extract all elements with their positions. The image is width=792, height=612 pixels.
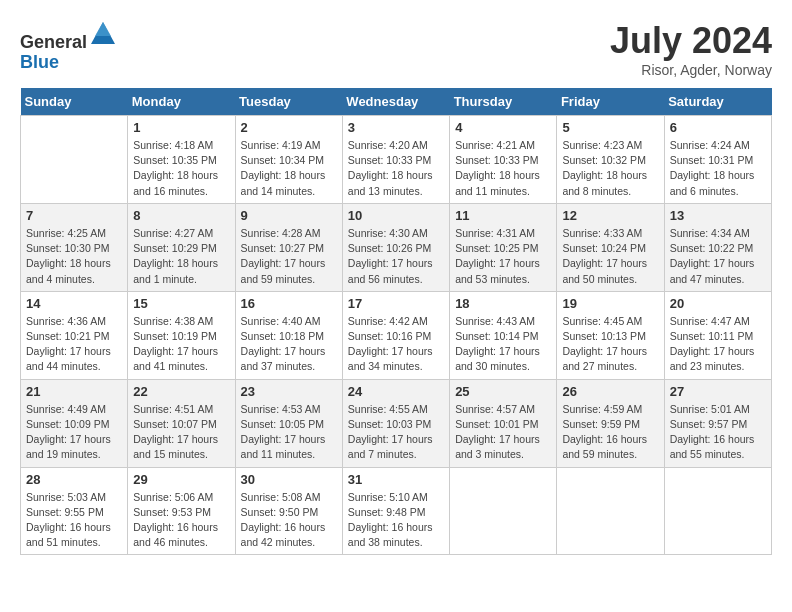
calendar-table: SundayMondayTuesdayWednesdayThursdayFrid… — [20, 88, 772, 555]
weekday-header-tuesday: Tuesday — [235, 88, 342, 116]
day-number: 25 — [455, 384, 551, 399]
day-info: Sunrise: 4:23 AM Sunset: 10:32 PM Daylig… — [562, 138, 658, 199]
calendar-cell: 2Sunrise: 4:19 AM Sunset: 10:34 PM Dayli… — [235, 116, 342, 204]
calendar-cell: 6Sunrise: 4:24 AM Sunset: 10:31 PM Dayli… — [664, 116, 771, 204]
day-info: Sunrise: 5:03 AM Sunset: 9:55 PM Dayligh… — [26, 490, 122, 551]
calendar-cell: 27Sunrise: 5:01 AM Sunset: 9:57 PM Dayli… — [664, 379, 771, 467]
day-number: 18 — [455, 296, 551, 311]
day-number: 1 — [133, 120, 229, 135]
calendar-cell: 23Sunrise: 4:53 AM Sunset: 10:05 PM Dayl… — [235, 379, 342, 467]
day-number: 13 — [670, 208, 766, 223]
week-row-3: 14Sunrise: 4:36 AM Sunset: 10:21 PM Dayl… — [21, 291, 772, 379]
day-info: Sunrise: 4:40 AM Sunset: 10:18 PM Daylig… — [241, 314, 337, 375]
subtitle: Risor, Agder, Norway — [610, 62, 772, 78]
title-block: July 2024 Risor, Agder, Norway — [610, 20, 772, 78]
day-info: Sunrise: 4:18 AM Sunset: 10:35 PM Daylig… — [133, 138, 229, 199]
day-info: Sunrise: 4:43 AM Sunset: 10:14 PM Daylig… — [455, 314, 551, 375]
logo: General Blue — [20, 20, 115, 73]
day-info: Sunrise: 4:57 AM Sunset: 10:01 PM Daylig… — [455, 402, 551, 463]
day-info: Sunrise: 4:25 AM Sunset: 10:30 PM Daylig… — [26, 226, 122, 287]
calendar-cell: 8Sunrise: 4:27 AM Sunset: 10:29 PM Dayli… — [128, 203, 235, 291]
day-info: Sunrise: 4:30 AM Sunset: 10:26 PM Daylig… — [348, 226, 444, 287]
calendar-cell — [450, 467, 557, 555]
day-info: Sunrise: 4:19 AM Sunset: 10:34 PM Daylig… — [241, 138, 337, 199]
day-info: Sunrise: 4:53 AM Sunset: 10:05 PM Daylig… — [241, 402, 337, 463]
calendar-cell: 20Sunrise: 4:47 AM Sunset: 10:11 PM Dayl… — [664, 291, 771, 379]
main-title: July 2024 — [610, 20, 772, 62]
day-number: 10 — [348, 208, 444, 223]
calendar-cell: 25Sunrise: 4:57 AM Sunset: 10:01 PM Dayl… — [450, 379, 557, 467]
day-info: Sunrise: 5:06 AM Sunset: 9:53 PM Dayligh… — [133, 490, 229, 551]
day-number: 11 — [455, 208, 551, 223]
day-info: Sunrise: 4:24 AM Sunset: 10:31 PM Daylig… — [670, 138, 766, 199]
day-info: Sunrise: 5:01 AM Sunset: 9:57 PM Dayligh… — [670, 402, 766, 463]
calendar-cell: 15Sunrise: 4:38 AM Sunset: 10:19 PM Dayl… — [128, 291, 235, 379]
day-info: Sunrise: 4:38 AM Sunset: 10:19 PM Daylig… — [133, 314, 229, 375]
day-number: 2 — [241, 120, 337, 135]
calendar-cell: 11Sunrise: 4:31 AM Sunset: 10:25 PM Dayl… — [450, 203, 557, 291]
week-row-1: 1Sunrise: 4:18 AM Sunset: 10:35 PM Dayli… — [21, 116, 772, 204]
day-info: Sunrise: 4:42 AM Sunset: 10:16 PM Daylig… — [348, 314, 444, 375]
calendar-cell: 18Sunrise: 4:43 AM Sunset: 10:14 PM Dayl… — [450, 291, 557, 379]
day-number: 21 — [26, 384, 122, 399]
day-number: 28 — [26, 472, 122, 487]
day-info: Sunrise: 4:36 AM Sunset: 10:21 PM Daylig… — [26, 314, 122, 375]
day-number: 3 — [348, 120, 444, 135]
calendar-cell — [664, 467, 771, 555]
weekday-header-friday: Friday — [557, 88, 664, 116]
day-number: 8 — [133, 208, 229, 223]
day-number: 5 — [562, 120, 658, 135]
day-number: 31 — [348, 472, 444, 487]
weekday-header-thursday: Thursday — [450, 88, 557, 116]
logo-blue: Blue — [20, 52, 59, 72]
day-info: Sunrise: 4:34 AM Sunset: 10:22 PM Daylig… — [670, 226, 766, 287]
day-number: 23 — [241, 384, 337, 399]
day-number: 15 — [133, 296, 229, 311]
weekday-header-sunday: Sunday — [21, 88, 128, 116]
day-number: 22 — [133, 384, 229, 399]
calendar-cell — [21, 116, 128, 204]
calendar-cell: 9Sunrise: 4:28 AM Sunset: 10:27 PM Dayli… — [235, 203, 342, 291]
logo-general: General — [20, 32, 87, 52]
day-info: Sunrise: 5:10 AM Sunset: 9:48 PM Dayligh… — [348, 490, 444, 551]
calendar-cell: 17Sunrise: 4:42 AM Sunset: 10:16 PM Dayl… — [342, 291, 449, 379]
day-info: Sunrise: 4:45 AM Sunset: 10:13 PM Daylig… — [562, 314, 658, 375]
day-info: Sunrise: 4:33 AM Sunset: 10:24 PM Daylig… — [562, 226, 658, 287]
day-info: Sunrise: 4:21 AM Sunset: 10:33 PM Daylig… — [455, 138, 551, 199]
weekday-header-wednesday: Wednesday — [342, 88, 449, 116]
page-header: General Blue July 2024 Risor, Agder, Nor… — [20, 20, 772, 78]
day-info: Sunrise: 4:20 AM Sunset: 10:33 PM Daylig… — [348, 138, 444, 199]
calendar-cell: 21Sunrise: 4:49 AM Sunset: 10:09 PM Dayl… — [21, 379, 128, 467]
day-info: Sunrise: 4:49 AM Sunset: 10:09 PM Daylig… — [26, 402, 122, 463]
calendar-cell: 12Sunrise: 4:33 AM Sunset: 10:24 PM Dayl… — [557, 203, 664, 291]
calendar-cell: 7Sunrise: 4:25 AM Sunset: 10:30 PM Dayli… — [21, 203, 128, 291]
calendar-cell: 4Sunrise: 4:21 AM Sunset: 10:33 PM Dayli… — [450, 116, 557, 204]
calendar-cell: 14Sunrise: 4:36 AM Sunset: 10:21 PM Dayl… — [21, 291, 128, 379]
week-row-2: 7Sunrise: 4:25 AM Sunset: 10:30 PM Dayli… — [21, 203, 772, 291]
calendar-cell: 3Sunrise: 4:20 AM Sunset: 10:33 PM Dayli… — [342, 116, 449, 204]
day-number: 17 — [348, 296, 444, 311]
day-number: 29 — [133, 472, 229, 487]
day-number: 20 — [670, 296, 766, 311]
day-number: 24 — [348, 384, 444, 399]
calendar-cell: 19Sunrise: 4:45 AM Sunset: 10:13 PM Dayl… — [557, 291, 664, 379]
day-number: 9 — [241, 208, 337, 223]
calendar-cell: 30Sunrise: 5:08 AM Sunset: 9:50 PM Dayli… — [235, 467, 342, 555]
day-info: Sunrise: 4:59 AM Sunset: 9:59 PM Dayligh… — [562, 402, 658, 463]
calendar-cell: 24Sunrise: 4:55 AM Sunset: 10:03 PM Dayl… — [342, 379, 449, 467]
calendar-cell: 16Sunrise: 4:40 AM Sunset: 10:18 PM Dayl… — [235, 291, 342, 379]
day-info: Sunrise: 4:51 AM Sunset: 10:07 PM Daylig… — [133, 402, 229, 463]
day-info: Sunrise: 4:55 AM Sunset: 10:03 PM Daylig… — [348, 402, 444, 463]
day-info: Sunrise: 4:28 AM Sunset: 10:27 PM Daylig… — [241, 226, 337, 287]
day-info: Sunrise: 4:27 AM Sunset: 10:29 PM Daylig… — [133, 226, 229, 287]
day-number: 27 — [670, 384, 766, 399]
logo-icon — [89, 20, 117, 48]
svg-marker-1 — [95, 22, 111, 36]
calendar-cell: 13Sunrise: 4:34 AM Sunset: 10:22 PM Dayl… — [664, 203, 771, 291]
week-row-4: 21Sunrise: 4:49 AM Sunset: 10:09 PM Dayl… — [21, 379, 772, 467]
calendar-cell: 28Sunrise: 5:03 AM Sunset: 9:55 PM Dayli… — [21, 467, 128, 555]
calendar-cell: 26Sunrise: 4:59 AM Sunset: 9:59 PM Dayli… — [557, 379, 664, 467]
calendar-cell — [557, 467, 664, 555]
weekday-header-monday: Monday — [128, 88, 235, 116]
week-row-5: 28Sunrise: 5:03 AM Sunset: 9:55 PM Dayli… — [21, 467, 772, 555]
